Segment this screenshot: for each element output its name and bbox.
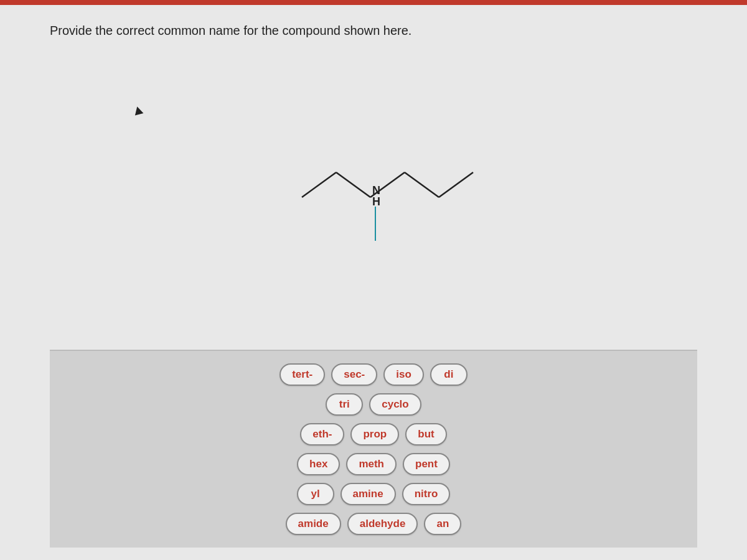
molecule-diagram: N H xyxy=(261,138,486,263)
svg-text:N: N xyxy=(372,184,380,197)
button-row-1: tricyclo xyxy=(326,393,421,416)
content-area: Provide the correct common name for the … xyxy=(0,5,747,560)
svg-line-0 xyxy=(336,172,370,197)
cursor-icon xyxy=(133,105,144,115)
svg-text:H: H xyxy=(372,195,380,208)
molecule-area: N H xyxy=(50,50,697,350)
btn-aldehyde[interactable]: aldehyde xyxy=(347,513,418,535)
btn-amine[interactable]: amine xyxy=(341,483,396,505)
btn-nitro[interactable]: nitro xyxy=(402,483,451,505)
button-row-4: ylaminenitro xyxy=(297,483,451,505)
button-row-5: amidealdehydean xyxy=(286,513,462,535)
btn-an[interactable]: an xyxy=(424,513,461,535)
button-row-2: eth-propbut xyxy=(300,423,446,446)
btn-pent[interactable]: pent xyxy=(403,453,450,475)
main-container: Provide the correct common name for the … xyxy=(0,0,747,560)
btn-iso[interactable]: iso xyxy=(383,363,424,386)
btn-cyclo[interactable]: cyclo xyxy=(369,393,421,416)
btn-yl[interactable]: yl xyxy=(297,483,334,505)
svg-line-1 xyxy=(302,172,336,197)
button-row-3: hexmethpent xyxy=(297,453,450,475)
buttons-area: tert-sec-isoditricycloeth-propbuthexmeth… xyxy=(50,351,697,548)
btn-hex[interactable]: hex xyxy=(297,453,340,475)
question-text: Provide the correct common name for the … xyxy=(50,24,697,38)
btn-di[interactable]: di xyxy=(430,363,467,386)
btn-amide[interactable]: amide xyxy=(286,513,341,535)
svg-line-4 xyxy=(439,172,473,197)
btn-meth[interactable]: meth xyxy=(346,453,397,475)
btn-but[interactable]: but xyxy=(405,423,446,446)
btn-sec[interactable]: sec- xyxy=(331,363,377,386)
btn-tri[interactable]: tri xyxy=(326,393,363,416)
btn-tert[interactable]: tert- xyxy=(280,363,325,386)
top-bar xyxy=(0,0,747,5)
svg-line-3 xyxy=(405,172,439,197)
btn-prop[interactable]: prop xyxy=(350,423,399,446)
button-row-0: tert-sec-isodi xyxy=(280,363,467,386)
btn-eth[interactable]: eth- xyxy=(300,423,344,446)
